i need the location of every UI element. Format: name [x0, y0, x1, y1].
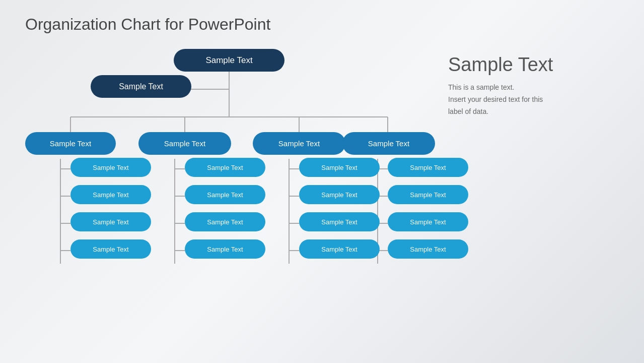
- slide: Organization Chart for PowerPoint: [0, 0, 644, 363]
- level2-node: Sample Text: [91, 75, 191, 98]
- col2-child1: Sample Text: [185, 158, 265, 177]
- col1-child4: Sample Text: [70, 239, 151, 259]
- col3-child4: Sample Text: [299, 239, 380, 259]
- col4-header: Sample Text: [342, 132, 435, 155]
- col3-child3: Sample Text: [299, 212, 380, 231]
- col4-child2: Sample Text: [388, 185, 468, 204]
- col1-child1: Sample Text: [70, 158, 151, 177]
- col2-header-label: Sample Text: [164, 139, 205, 148]
- col4-header-label: Sample Text: [368, 139, 409, 148]
- root-node-label: Sample Text: [205, 55, 252, 66]
- col1-header-label: Sample Text: [50, 139, 91, 148]
- col1-child3: Sample Text: [70, 212, 151, 231]
- description-heading: Sample Text: [448, 54, 619, 76]
- col3-header-label: Sample Text: [278, 139, 320, 148]
- col2-child3: Sample Text: [185, 212, 265, 231]
- col2-header: Sample Text: [138, 132, 231, 155]
- col3-child2: Sample Text: [299, 185, 380, 204]
- col2-child2: Sample Text: [185, 185, 265, 204]
- level2-node-label: Sample Text: [119, 82, 163, 91]
- col2-child4: Sample Text: [185, 239, 265, 259]
- root-node: Sample Text: [174, 49, 284, 72]
- col3-header: Sample Text: [253, 132, 345, 155]
- description-panel: Sample Text This is a sample text. Inser…: [438, 44, 619, 117]
- col1-child2: Sample Text: [70, 185, 151, 204]
- col3-child1: Sample Text: [299, 158, 380, 177]
- col4-child3: Sample Text: [388, 212, 468, 231]
- col4-child1: Sample Text: [388, 158, 468, 177]
- page-title: Organization Chart for PowerPoint: [25, 15, 619, 34]
- description-body: This is a sample text. Insert your desir…: [448, 82, 619, 117]
- col1-header: Sample Text: [25, 132, 116, 155]
- col4-child4: Sample Text: [388, 239, 468, 259]
